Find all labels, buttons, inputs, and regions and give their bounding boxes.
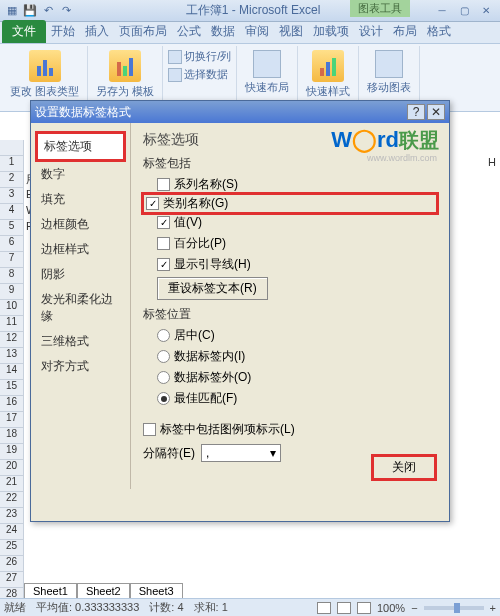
sidebar-border-style[interactable]: 边框样式 (35, 237, 126, 262)
status-count: 计数: 4 (149, 600, 183, 615)
sidebar-fill[interactable]: 填充 (35, 187, 126, 212)
chevron-down-icon: ▾ (270, 446, 276, 460)
sidebar-shadow[interactable]: 阴影 (35, 262, 126, 287)
zoom-out-button[interactable]: − (411, 602, 417, 614)
dialog-help-button[interactable]: ? (407, 104, 425, 120)
radio-center[interactable] (157, 329, 170, 342)
ribbon-tabs: 文件 开始 插入 页面布局 公式 数据 审阅 视图 加载项 设计 布局 格式 (0, 22, 500, 44)
sheet-tabs: Sheet1 Sheet2 Sheet3 (24, 583, 183, 598)
style-icon (312, 50, 344, 82)
checkbox-series-name[interactable] (157, 178, 170, 191)
sidebar-border-color[interactable]: 边框颜色 (35, 212, 126, 237)
context-tab-chart-tools: 图表工具 (350, 0, 410, 17)
save-icon[interactable]: 💾 (22, 3, 38, 19)
checkbox-value[interactable]: ✓ (157, 216, 170, 229)
watermark-url: www.wordlm.com (367, 153, 437, 163)
view-pagebreak-icon[interactable] (357, 602, 371, 614)
dialog-sidebar: 标签选项 数字 填充 边框颜色 边框样式 阴影 发光和柔化边缘 三维格式 对齐方… (31, 123, 131, 489)
titlebar: ▦ 💾 ↶ ↷ 工作簿1 - Microsoft Excel ─ ▢ ✕ (0, 0, 500, 22)
tab-insert[interactable]: 插入 (80, 20, 114, 43)
quick-layout-button[interactable]: 快速布局 (241, 48, 293, 97)
status-average: 平均值: 0.333333333 (36, 600, 139, 615)
radio-outside-end[interactable] (157, 371, 170, 384)
tab-layout[interactable]: 布局 (388, 20, 422, 43)
status-sum: 求和: 1 (194, 600, 228, 615)
sidebar-label-options[interactable]: 标签选项 (35, 131, 126, 162)
undo-icon[interactable]: ↶ (40, 3, 56, 19)
dialog-title: 设置数据标签格式 (35, 104, 131, 121)
checkbox-legend-key[interactable] (143, 423, 156, 436)
dialog-close-x[interactable]: ✕ (427, 104, 445, 120)
view-normal-icon[interactable] (317, 602, 331, 614)
tab-review[interactable]: 审阅 (240, 20, 274, 43)
move-chart-button[interactable]: 移动图表 (363, 48, 415, 97)
tab-home[interactable]: 开始 (46, 20, 80, 43)
reset-label-text-button[interactable]: 重设标签文本(R) (157, 277, 268, 300)
move-icon (375, 50, 403, 78)
sidebar-align[interactable]: 对齐方式 (35, 354, 126, 379)
switch-row-col-button[interactable]: 切换行/列 (167, 48, 232, 65)
zoom-in-button[interactable]: + (490, 602, 496, 614)
radio-best-fit[interactable] (157, 392, 170, 405)
zoom-slider[interactable] (424, 606, 484, 610)
sheet-tab-3[interactable]: Sheet3 (130, 583, 183, 598)
sheet-tab-2[interactable]: Sheet2 (77, 583, 130, 598)
label-position-heading: 标签位置 (143, 306, 437, 323)
watermark-logo: W◯rd联盟 (331, 127, 439, 154)
redo-icon[interactable]: ↷ (58, 3, 74, 19)
quick-access-toolbar: ▦ 💾 ↶ ↷ (4, 3, 74, 19)
select-icon (168, 68, 182, 82)
checkbox-percent[interactable] (157, 237, 170, 250)
tab-addins[interactable]: 加载项 (308, 20, 354, 43)
checkbox-leader-lines[interactable]: ✓ (157, 258, 170, 271)
separator-label: 分隔符(E) (143, 445, 195, 462)
tab-data[interactable]: 数据 (206, 20, 240, 43)
quick-style-button[interactable]: 快速样式 (302, 48, 354, 101)
col-h-label: H (488, 156, 496, 168)
tab-pagelayout[interactable]: 页面布局 (114, 20, 172, 43)
change-chart-type-button[interactable]: 更改 图表类型 (6, 48, 83, 101)
sheet-tab-1[interactable]: Sheet1 (24, 583, 77, 598)
layout-icon (253, 50, 281, 78)
minimize-button[interactable]: ─ (432, 4, 452, 18)
select-data-button[interactable]: 选择数据 (167, 66, 232, 83)
tab-file[interactable]: 文件 (2, 20, 46, 43)
row-headers: 1234567891011121314151617181920212223242… (0, 140, 24, 604)
close-button[interactable]: 关闭 (371, 454, 437, 481)
chart-icon (29, 50, 61, 82)
dialog-main: W◯rd联盟 www.wordlm.com 标签选项 标签包括 系列名称(S) … (131, 123, 449, 489)
dialog-titlebar[interactable]: 设置数据标签格式 ? ✕ (31, 101, 449, 123)
tab-design[interactable]: 设计 (354, 20, 388, 43)
format-data-labels-dialog: 设置数据标签格式 ? ✕ 标签选项 数字 填充 边框颜色 边框样式 阴影 发光和… (30, 100, 450, 522)
checkbox-category-name[interactable]: ✓ (146, 197, 159, 210)
template-icon (109, 50, 141, 82)
save-as-template-button[interactable]: 另存为 模板 (92, 48, 158, 101)
switch-icon (168, 50, 182, 64)
sidebar-glow[interactable]: 发光和柔化边缘 (35, 287, 126, 329)
excel-icon[interactable]: ▦ (4, 3, 20, 19)
sidebar-3d[interactable]: 三维格式 (35, 329, 126, 354)
view-pagelayout-icon[interactable] (337, 602, 351, 614)
status-ready: 就绪 (4, 600, 26, 615)
close-button[interactable]: ✕ (476, 4, 496, 18)
tab-view[interactable]: 视图 (274, 20, 308, 43)
statusbar: 就绪 平均值: 0.333333333 计数: 4 求和: 1 100% − + (0, 598, 500, 616)
separator-select[interactable]: ,▾ (201, 444, 281, 462)
restore-button[interactable]: ▢ (454, 4, 474, 18)
zoom-level[interactable]: 100% (377, 602, 405, 614)
tab-format[interactable]: 格式 (422, 20, 456, 43)
sidebar-number[interactable]: 数字 (35, 162, 126, 187)
tab-formulas[interactable]: 公式 (172, 20, 206, 43)
radio-inside-end[interactable] (157, 350, 170, 363)
